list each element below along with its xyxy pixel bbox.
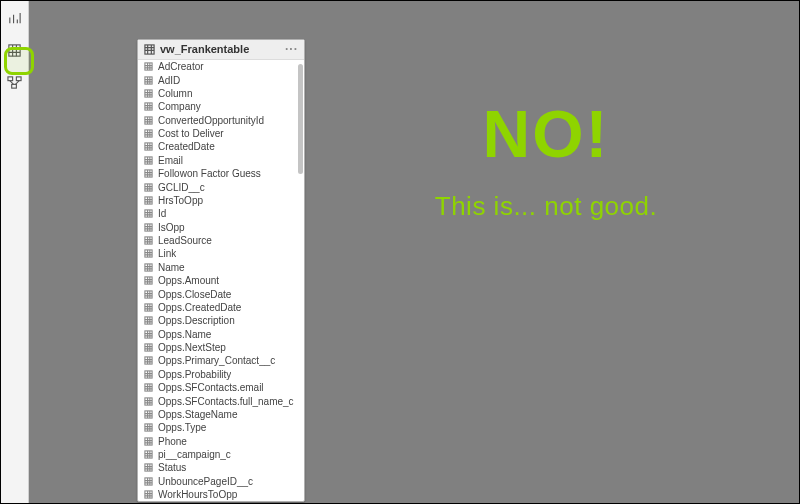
field-list: AdCreatorAdIDColumnCompanyConvertedOppor… — [138, 60, 304, 501]
table-header[interactable]: vw_Frankentable ··· — [138, 40, 304, 60]
field-row[interactable]: Opps.Type — [138, 421, 304, 434]
svg-rect-3 — [12, 84, 17, 88]
field-row[interactable]: ConvertedOpportunityId — [138, 114, 304, 127]
field-row[interactable]: WorkHoursToOpp — [138, 488, 304, 501]
svg-rect-22 — [145, 290, 152, 297]
field-row[interactable]: Opps.SFContacts.email — [138, 381, 304, 394]
svg-rect-10 — [145, 130, 152, 137]
field-icon — [144, 129, 153, 138]
field-label: Opps.Amount — [158, 275, 219, 286]
table-icon — [144, 44, 155, 55]
field-label: IsOpp — [158, 222, 185, 233]
field-label: Email — [158, 155, 183, 166]
annotation-overlay: NO! This is... not good. — [341, 101, 751, 222]
svg-rect-27 — [145, 357, 152, 364]
field-row[interactable]: Id — [138, 207, 304, 220]
field-row[interactable]: HrsToOpp — [138, 194, 304, 207]
field-label: Opps.Type — [158, 422, 206, 433]
svg-rect-34 — [145, 451, 152, 458]
field-icon — [144, 169, 153, 178]
field-label: Link — [158, 248, 176, 259]
field-icon — [144, 410, 153, 419]
field-row[interactable]: Status — [138, 461, 304, 474]
table-menu-button[interactable]: ··· — [285, 45, 298, 53]
svg-rect-18 — [145, 237, 152, 244]
field-row[interactable]: Opps.Amount — [138, 274, 304, 287]
field-icon — [144, 356, 153, 365]
svg-rect-24 — [145, 317, 152, 324]
table-title: vw_Frankentable — [160, 43, 285, 55]
field-label: Name — [158, 262, 185, 273]
field-row[interactable]: Column — [138, 87, 304, 100]
field-label: Phone — [158, 436, 187, 447]
field-label: AdCreator — [158, 61, 204, 72]
svg-rect-15 — [145, 197, 152, 204]
svg-rect-6 — [145, 76, 152, 83]
svg-rect-17 — [145, 224, 152, 231]
field-row[interactable]: Opps.Probability — [138, 368, 304, 381]
svg-rect-8 — [145, 103, 152, 110]
field-row[interactable]: Opps.SFContacts.full_name_c — [138, 394, 304, 407]
field-icon — [144, 249, 153, 258]
field-icon — [144, 62, 153, 71]
field-row[interactable]: AdID — [138, 73, 304, 86]
field-row[interactable]: Company — [138, 100, 304, 113]
field-row[interactable]: CreatedDate — [138, 140, 304, 153]
field-icon — [144, 142, 153, 151]
field-label: Followon Factor Guess — [158, 168, 261, 179]
field-label: Opps.Description — [158, 315, 235, 326]
field-row[interactable]: LeadSource — [138, 234, 304, 247]
svg-rect-30 — [145, 397, 152, 404]
field-row[interactable]: Opps.NextStep — [138, 341, 304, 354]
field-row[interactable]: Phone — [138, 435, 304, 448]
field-label: Opps.Name — [158, 329, 211, 340]
field-row[interactable]: Followon Factor Guess — [138, 167, 304, 180]
field-label: Opps.CreatedDate — [158, 302, 241, 313]
model-table-card[interactable]: vw_Frankentable ··· AdCreatorAdIDColumnC… — [137, 39, 305, 502]
field-row[interactable]: Cost to Deliver — [138, 127, 304, 140]
svg-rect-36 — [145, 478, 152, 485]
field-icon — [144, 102, 153, 111]
field-icon — [144, 196, 153, 205]
field-label: Cost to Deliver — [158, 128, 224, 139]
field-icon — [144, 383, 153, 392]
svg-rect-32 — [145, 424, 152, 431]
field-row[interactable]: GCLID__c — [138, 180, 304, 193]
app-frame: vw_Frankentable ··· AdCreatorAdIDColumnC… — [0, 0, 800, 504]
field-row[interactable]: Opps.CloseDate — [138, 287, 304, 300]
field-icon — [144, 303, 153, 312]
field-label: HrsToOpp — [158, 195, 203, 206]
svg-rect-16 — [145, 210, 152, 217]
report-view-icon[interactable] — [4, 7, 26, 29]
svg-rect-20 — [145, 264, 152, 271]
field-row[interactable]: Opps.Name — [138, 328, 304, 341]
field-row[interactable]: AdCreator — [138, 60, 304, 73]
field-row[interactable]: UnbouncePageID__c — [138, 475, 304, 488]
field-row[interactable]: Opps.Description — [138, 314, 304, 327]
field-label: Column — [158, 88, 192, 99]
field-label: Status — [158, 462, 186, 473]
svg-rect-13 — [145, 170, 152, 177]
field-row[interactable]: Link — [138, 247, 304, 260]
field-label: WorkHoursToOpp — [158, 489, 237, 500]
field-icon — [144, 397, 153, 406]
field-label: pi__campaign_c — [158, 449, 231, 460]
field-icon — [144, 209, 153, 218]
vertical-scrollbar[interactable] — [298, 60, 303, 220]
svg-rect-26 — [145, 344, 152, 351]
model-view-icon[interactable] — [4, 71, 26, 93]
field-row[interactable]: Email — [138, 154, 304, 167]
field-label: Opps.SFContacts.email — [158, 382, 264, 393]
scrollbar-thumb[interactable] — [298, 64, 303, 174]
field-row[interactable]: Opps.StageName — [138, 408, 304, 421]
data-view-icon[interactable] — [4, 39, 26, 61]
field-label: UnbouncePageID__c — [158, 476, 253, 487]
field-icon — [144, 290, 153, 299]
field-row[interactable]: Name — [138, 261, 304, 274]
field-row[interactable]: Opps.CreatedDate — [138, 301, 304, 314]
left-nav-rail — [1, 1, 29, 503]
field-row[interactable]: pi__campaign_c — [138, 448, 304, 461]
field-row[interactable]: IsOpp — [138, 221, 304, 234]
field-row[interactable]: Opps.Primary_Contact__c — [138, 354, 304, 367]
svg-rect-9 — [145, 117, 152, 124]
